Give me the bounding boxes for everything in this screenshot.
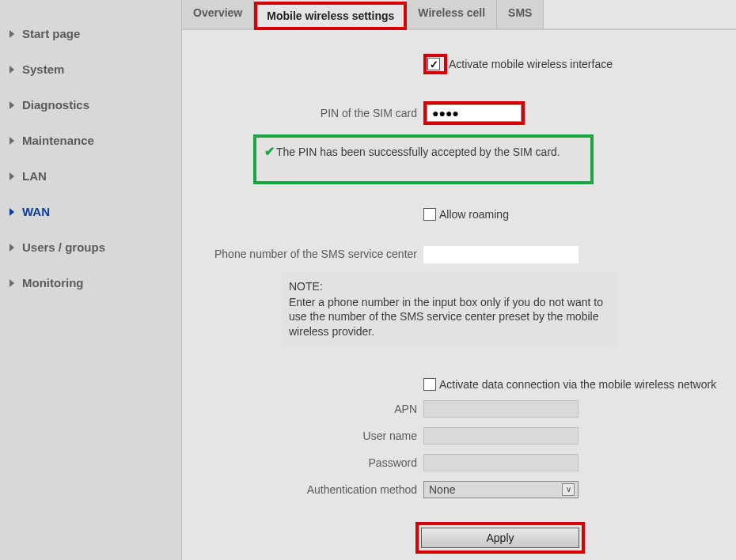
apply-button[interactable]: Apply [421, 528, 579, 548]
chevron-right-icon [9, 30, 14, 38]
sidebar-item-diagnostics[interactable]: Diagnostics [0, 87, 181, 123]
sidebar-item-system[interactable]: System [0, 51, 181, 87]
tab-overview[interactable]: Overview [182, 0, 254, 28]
activate-mobile-checkbox[interactable] [427, 58, 440, 70]
sidebar-item-label: WAN [22, 205, 50, 218]
sidebar-item-start-page[interactable]: Start page [0, 16, 181, 51]
username-input[interactable] [423, 427, 579, 445]
note-body: Enter a phone number in the input box on… [289, 295, 609, 339]
sidebar-item-wan[interactable]: WAN [0, 194, 181, 229]
tab-mobile-wireless-settings[interactable]: Mobile wireless settings [254, 2, 407, 30]
chevron-down-icon: ∨ [562, 483, 575, 496]
note-title: NOTE: [289, 279, 609, 293]
highlight-pin-field [423, 101, 525, 125]
pin-label: PIN of the SIM card [198, 107, 423, 119]
main-panel: Overview Mobile wireless settings Wirele… [182, 0, 736, 560]
sidebar-item-label: Monitoring [22, 276, 83, 289]
pin-status-box: ✔The PIN has been successfully accepted … [253, 134, 594, 184]
sidebar-item-label: Diagnostics [22, 98, 89, 112]
chevron-right-icon [9, 66, 14, 74]
allow-roaming-label: Allow roaming [439, 208, 509, 221]
pin-input[interactable] [427, 104, 522, 122]
chevron-right-icon [9, 101, 14, 109]
sidebar-item-label: Start page [22, 27, 80, 40]
tab-sms[interactable]: SMS [497, 0, 544, 28]
tab-wireless-cell[interactable]: Wireless cell [407, 0, 497, 28]
activate-data-checkbox[interactable] [423, 378, 436, 391]
sidebar-item-maintenance[interactable]: Maintenance [0, 123, 181, 158]
pin-status-text: The PIN has been successfully accepted b… [276, 146, 560, 158]
sms-center-input[interactable] [423, 246, 579, 263]
username-label: User name [198, 429, 423, 442]
auth-label: Authentication method [198, 483, 423, 496]
check-icon: ✔ [264, 145, 275, 158]
apn-input[interactable] [423, 400, 579, 418]
chevron-right-icon [9, 208, 14, 216]
sidebar-item-label: Users / groups [22, 240, 105, 254]
chevron-right-icon [9, 244, 14, 252]
apn-label: APN [198, 403, 423, 415]
chevron-right-icon [9, 279, 14, 287]
sidebar-item-label: System [22, 62, 64, 76]
sidebar-item-label: Maintenance [22, 134, 94, 147]
form-area: Activate mobile wireless interface PIN o… [182, 30, 736, 560]
highlight-activate-checkbox [423, 54, 447, 74]
highlight-apply-button: Apply [415, 522, 585, 554]
sms-center-label: Phone number of the SMS service center [198, 246, 423, 260]
chevron-right-icon [9, 172, 14, 180]
password-input[interactable] [423, 454, 579, 471]
tab-bar: Overview Mobile wireless settings Wirele… [182, 0, 736, 30]
auth-method-select[interactable]: None ∨ [423, 481, 579, 498]
chevron-right-icon [9, 137, 14, 145]
auth-method-value: None [429, 483, 455, 496]
activate-data-label: Activate data connection via the mobile … [439, 378, 716, 391]
sidebar-item-label: LAN [22, 169, 47, 183]
sidebar-item-monitoring[interactable]: Monitoring [0, 265, 181, 301]
allow-roaming-checkbox[interactable] [423, 208, 436, 221]
sidebar-item-users-groups[interactable]: Users / groups [0, 229, 181, 265]
activate-mobile-label: Activate mobile wireless interface [449, 58, 613, 70]
note-box: NOTE: Enter a phone number in the input … [281, 273, 617, 346]
sidebar-item-lan[interactable]: LAN [0, 158, 181, 194]
password-label: Password [198, 456, 423, 469]
sidebar: Start page System Diagnostics Maintenanc… [0, 0, 182, 560]
